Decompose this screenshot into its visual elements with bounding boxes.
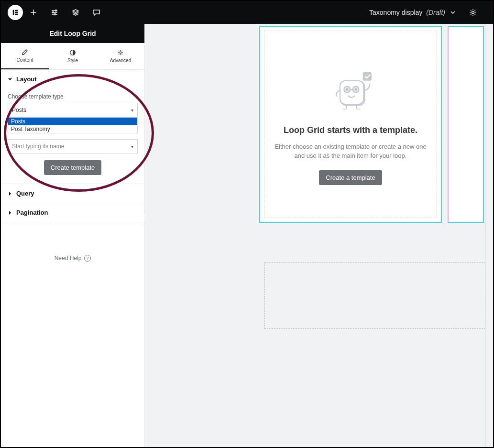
section-query[interactable]: Query — [1, 184, 144, 203]
site-settings-button[interactable] — [44, 1, 65, 24]
gear-icon — [117, 49, 124, 56]
loop-create-template-button[interactable]: Create a template — [319, 170, 382, 185]
empty-section[interactable] — [264, 262, 485, 329]
caret-right-icon — [8, 191, 12, 196]
svg-point-20 — [346, 88, 348, 90]
svg-point-15 — [120, 52, 121, 54]
gear-icon — [469, 9, 477, 16]
document-title[interactable]: Taxonomy display (Draft) — [369, 9, 457, 16]
loop-grid-widget[interactable]: Loop Grid starts with a template. Either… — [259, 26, 442, 223]
svg-rect-1 — [15, 10, 18, 11]
panel-tabs: Content Style Advanced — [1, 43, 144, 70]
notes-button[interactable] — [86, 1, 107, 24]
page-settings-button[interactable] — [462, 1, 483, 24]
tab-style-label: Style — [67, 58, 78, 63]
elementor-logo-icon — [12, 9, 19, 16]
section-query-label: Query — [16, 190, 34, 197]
editor-canvas: Loop Grid starts with a template. Either… — [145, 24, 493, 447]
svg-rect-2 — [15, 12, 18, 13]
pencil-icon — [22, 49, 28, 55]
panel-title: Edit Loop Grid — [1, 24, 144, 43]
editor-sidebar: Edit Loop Grid Content Style Advanced La… — [1, 24, 145, 447]
need-help-label: Need Help — [55, 255, 82, 262]
top-bar: Taxonomy display (Draft) — [1, 1, 493, 24]
section-pagination-label: Pagination — [16, 209, 48, 216]
template-mascot-icon — [324, 64, 377, 117]
help-icon: ? — [84, 255, 91, 262]
svg-point-26 — [355, 108, 361, 110]
sliders-icon — [51, 9, 58, 16]
section-layout-body: Choose template type Posts ▾ Posts Post … — [1, 93, 144, 184]
loop-empty-state: Loop Grid starts with a template. Either… — [264, 31, 437, 218]
caret-down-icon: ▾ — [131, 108, 133, 113]
page-status-draft: (Draft) — [426, 9, 445, 16]
loop-grid-widget-next[interactable] — [448, 26, 484, 223]
template-type-value: Posts — [12, 107, 26, 113]
tab-advanced[interactable]: Advanced — [97, 43, 144, 69]
svg-marker-12 — [73, 10, 78, 12]
template-name-input[interactable]: Start typing its name ▾ — [8, 139, 138, 153]
dropdown-option-post-taxonomy[interactable]: Post Taxonomy — [8, 125, 137, 133]
template-type-dropdown: Posts Post Taxonomy — [8, 117, 138, 133]
tab-content-label: Content — [16, 57, 33, 63]
tab-content[interactable]: Content — [1, 43, 49, 69]
svg-rect-3 — [15, 14, 18, 15]
page-title-text: Taxonomy display — [369, 9, 422, 16]
template-name-placeholder: Start typing its name — [12, 143, 64, 150]
layers-icon — [72, 9, 79, 16]
loop-description: Either choose an existing template or cr… — [274, 142, 427, 161]
caret-down-icon — [8, 77, 12, 82]
svg-rect-27 — [363, 72, 372, 80]
section-pagination[interactable]: Pagination — [1, 203, 144, 222]
caret-right-icon — [8, 210, 12, 215]
dropdown-option-posts[interactable]: Posts — [8, 118, 137, 125]
create-template-button[interactable]: Create template — [44, 160, 102, 175]
contrast-icon — [69, 49, 76, 56]
structure-button[interactable] — [65, 1, 86, 24]
section-layout-label: Layout — [16, 76, 37, 83]
chat-icon — [93, 9, 100, 16]
caret-down-icon: ▾ — [131, 144, 133, 149]
tab-style[interactable]: Style — [49, 43, 97, 69]
template-type-label: Choose template type — [8, 93, 138, 100]
svg-point-25 — [342, 108, 348, 110]
svg-point-21 — [355, 88, 357, 90]
loop-heading: Loop Grid starts with a template. — [284, 125, 417, 135]
plus-icon — [30, 9, 37, 16]
svg-rect-17 — [340, 80, 364, 104]
svg-rect-0 — [13, 10, 14, 15]
section-layout[interactable]: Layout — [1, 70, 144, 88]
elementor-logo[interactable] — [8, 5, 23, 20]
add-button[interactable] — [23, 1, 44, 24]
svg-point-13 — [472, 11, 474, 14]
need-help-link[interactable]: Need Help ? — [1, 255, 144, 262]
chevron-down-icon — [449, 9, 457, 16]
template-type-select[interactable]: Posts ▾ Posts Post Taxonomy — [8, 103, 138, 117]
tab-advanced-label: Advanced — [110, 58, 131, 63]
